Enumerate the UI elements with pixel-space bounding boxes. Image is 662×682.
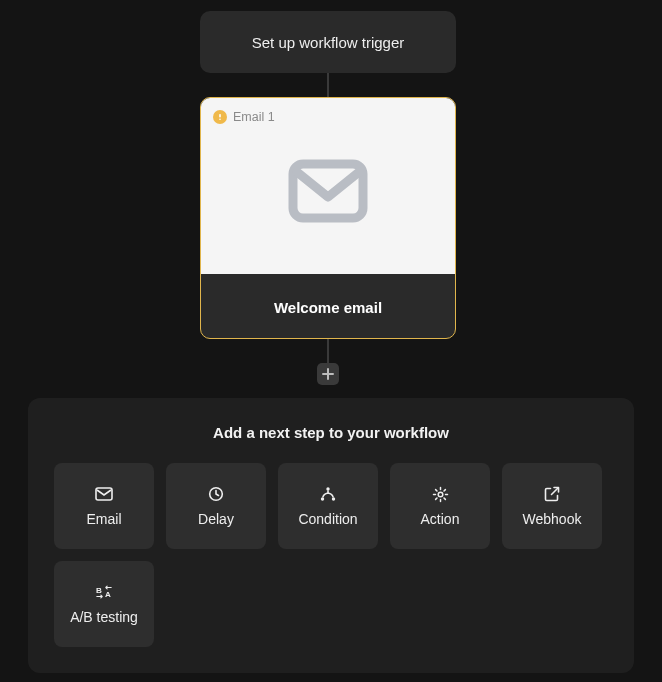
step-tile-action[interactable]: Action — [390, 463, 490, 549]
alert-icon — [213, 110, 227, 124]
svg-text:A: A — [105, 590, 111, 599]
envelope-icon — [288, 159, 368, 227]
step-tile-label: Delay — [198, 511, 234, 527]
step-tile-label: Condition — [298, 511, 357, 527]
step-tile-abtesting[interactable]: B A A/B testing — [54, 561, 154, 647]
svg-point-7 — [332, 497, 335, 500]
add-step-button[interactable] — [317, 363, 339, 385]
connector — [327, 73, 329, 97]
trigger-node[interactable]: Set up workflow trigger — [200, 11, 456, 73]
email-badge-label: Email 1 — [233, 110, 275, 124]
workflow-canvas: Set up workflow trigger Email 1 Welcome … — [0, 0, 662, 682]
trigger-label: Set up workflow trigger — [252, 34, 405, 51]
palette-title: Add a next step to your workflow — [54, 424, 608, 441]
step-tile-label: Webhook — [523, 511, 582, 527]
external-link-icon — [543, 485, 561, 503]
svg-rect-3 — [96, 488, 112, 500]
email-node[interactable]: Email 1 Welcome email — [200, 97, 456, 339]
clock-icon — [207, 485, 225, 503]
gear-icon — [431, 485, 449, 503]
svg-point-8 — [438, 492, 443, 497]
email-node-title: Welcome email — [201, 274, 455, 339]
connector — [327, 339, 329, 363]
svg-point-5 — [326, 487, 329, 490]
email-icon — [95, 485, 113, 503]
step-tile-label: Action — [421, 511, 460, 527]
step-tile-delay[interactable]: Delay — [166, 463, 266, 549]
svg-rect-1 — [219, 119, 221, 121]
palette-grid: Email Delay Condition Action — [54, 463, 608, 647]
branch-icon — [319, 485, 337, 503]
step-tile-label: A/B testing — [70, 609, 138, 625]
step-palette: Add a next step to your workflow Email D… — [28, 398, 634, 673]
step-tile-email[interactable]: Email — [54, 463, 154, 549]
svg-rect-0 — [219, 114, 221, 118]
step-tile-label: Email — [86, 511, 121, 527]
email-preview: Email 1 — [201, 98, 455, 274]
step-tile-webhook[interactable]: Webhook — [502, 463, 602, 549]
ab-testing-icon: B A — [95, 583, 113, 601]
svg-text:B: B — [96, 586, 102, 595]
svg-point-6 — [321, 497, 324, 500]
email-badge: Email 1 — [213, 110, 275, 124]
step-tile-condition[interactable]: Condition — [278, 463, 378, 549]
